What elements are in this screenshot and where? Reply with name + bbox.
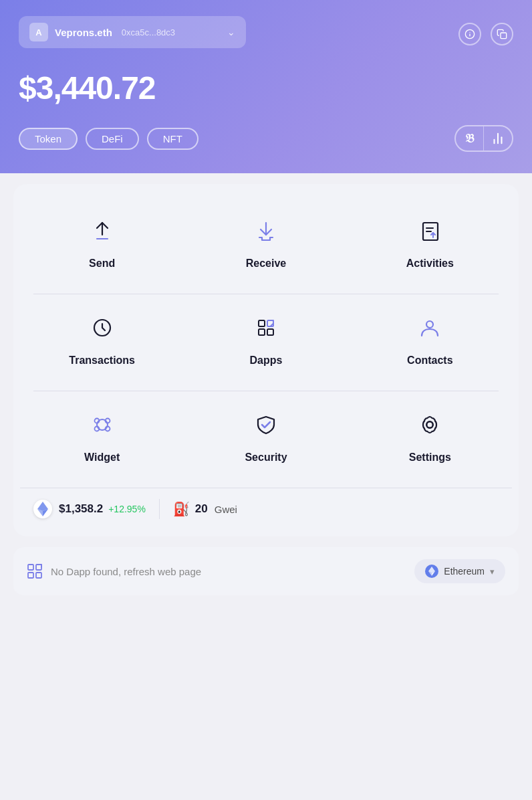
wallet-avatar: A xyxy=(29,23,48,41)
svg-rect-3 xyxy=(501,33,507,39)
security-icon xyxy=(249,407,283,442)
action-grid: Send Receive xyxy=(20,197,512,286)
svg-rect-35 xyxy=(36,565,41,570)
chevron-down-icon: ▾ xyxy=(490,567,495,577)
stats-bar: $1,358.2 +12.95% ⛽ 20 Gwei xyxy=(20,488,512,530)
tab-nft[interactable]: NFT xyxy=(147,128,198,150)
dapp-bar: No Dapp found, refresh web page Ethereum… xyxy=(13,547,519,595)
b-icon-button[interactable]: 𝔅 xyxy=(456,126,484,151)
svg-point-21 xyxy=(426,321,433,328)
send-button[interactable]: Send xyxy=(20,197,184,286)
gas-unit: Gwei xyxy=(215,504,237,515)
receive-button[interactable]: Receive xyxy=(184,197,348,286)
widget-button[interactable]: Widget xyxy=(20,391,184,480)
wallet-address: 0xca5c...8dc3 xyxy=(122,27,175,37)
stats-divider xyxy=(159,499,160,519)
settings-icon xyxy=(412,407,447,442)
wallet-header: A Veprons.eth 0xca5c...8dc3 ⌄ $3,4 xyxy=(0,0,532,173)
dapps-label: Dapps xyxy=(250,355,283,367)
gas-section: ⛽ 20 Gwei xyxy=(173,501,237,517)
transactions-label: Transactions xyxy=(69,355,135,367)
main-card: Send Receive xyxy=(13,184,519,536)
tab-token[interactable]: Token xyxy=(19,128,78,150)
address-bar[interactable]: A Veprons.eth 0xca5c...8dc3 ⌄ xyxy=(19,16,246,48)
receive-label: Receive xyxy=(246,258,287,270)
network-selector[interactable]: Ethereum ▾ xyxy=(414,559,505,583)
action-grid-3: Widget Security xyxy=(20,391,512,480)
activities-button[interactable]: Activities xyxy=(348,197,512,286)
security-button[interactable]: Security xyxy=(184,391,348,480)
eth-price: $1,358.2 xyxy=(59,502,103,516)
contacts-button[interactable]: Contacts xyxy=(348,294,512,383)
svg-rect-15 xyxy=(259,320,265,326)
copy-button[interactable] xyxy=(491,23,513,45)
svg-rect-33 xyxy=(28,573,33,578)
settings-button[interactable]: Settings xyxy=(348,391,512,480)
dapps-icon xyxy=(249,310,283,345)
activities-icon xyxy=(412,213,447,248)
contacts-label: Contacts xyxy=(407,355,452,367)
gas-value: 20 xyxy=(195,502,208,516)
wallet-balance: $3,440.72 xyxy=(19,70,513,106)
header-action-icons xyxy=(458,23,513,45)
activities-label: Activities xyxy=(406,258,454,270)
wallet-name: Veprons.eth xyxy=(55,27,112,38)
info-button[interactable] xyxy=(458,23,481,45)
action-grid-2: Transactions Dapps xyxy=(20,294,512,383)
tab-defi[interactable]: DeFi xyxy=(86,128,139,150)
chart-icon-button[interactable] xyxy=(484,126,512,151)
svg-rect-16 xyxy=(259,329,265,335)
dapps-button[interactable]: Dapps xyxy=(184,294,348,383)
send-label: Send xyxy=(89,258,115,270)
security-label: Security xyxy=(245,452,287,464)
extra-tab-icons: 𝔅 xyxy=(454,125,513,152)
settings-label: Settings xyxy=(409,452,451,464)
asset-tabs: Token DeFi NFT 𝔅 xyxy=(19,125,513,152)
widget-icon xyxy=(85,407,120,442)
svg-rect-34 xyxy=(36,573,41,578)
dapp-grid-icon xyxy=(27,563,43,579)
gas-icon: ⛽ xyxy=(173,501,190,517)
eth-logo xyxy=(33,500,52,518)
widget-label: Widget xyxy=(84,452,120,464)
transactions-icon xyxy=(85,310,120,345)
svg-point-28 xyxy=(427,422,433,428)
transactions-button[interactable]: Transactions xyxy=(20,294,184,383)
receive-icon xyxy=(249,213,283,248)
svg-point-22 xyxy=(97,419,108,430)
contacts-icon xyxy=(412,310,447,345)
network-label: Ethereum xyxy=(444,566,485,577)
svg-rect-32 xyxy=(28,565,33,570)
eth-change: +12.95% xyxy=(108,504,146,514)
send-icon xyxy=(85,213,120,248)
svg-rect-17 xyxy=(267,329,273,335)
dapp-message: No Dapp found, refresh web page xyxy=(51,566,406,577)
chevron-down-icon[interactable]: ⌄ xyxy=(227,27,235,37)
eth-network-logo xyxy=(425,565,438,578)
